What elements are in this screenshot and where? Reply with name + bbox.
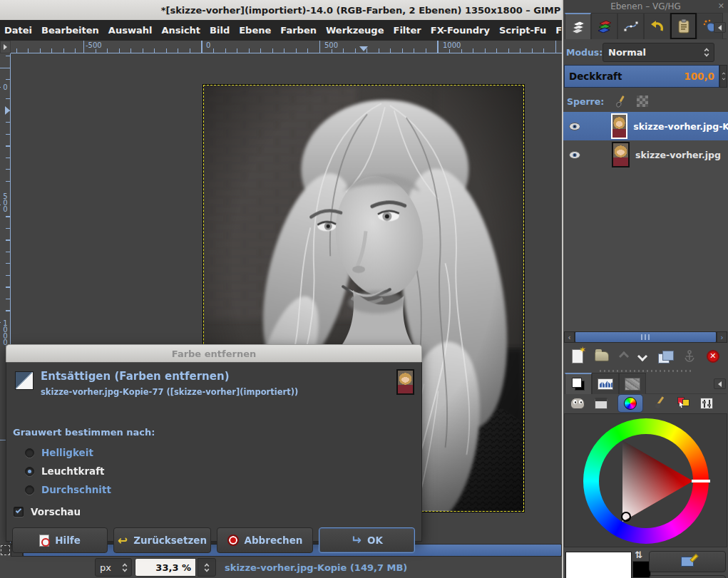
gimp-window: *[skizze-vorher](importiert)-14.0 (RGB-F…	[0, 0, 728, 578]
tab-undo-history[interactable]	[644, 13, 670, 39]
swap-colors-icon[interactable]: ⇅	[635, 549, 642, 560]
foreground-color-swatch[interactable]	[565, 552, 632, 578]
tools-icon[interactable]	[677, 397, 690, 410]
duplicate-layer-icon[interactable]	[658, 351, 672, 362]
dialog-buttons: Hilfe ↩ Zurücksetzen Abbrechen ↵ OK	[12, 527, 415, 553]
lower-layer-icon[interactable]	[637, 351, 647, 361]
dockable-tabs-2	[565, 373, 727, 394]
menu-auswahl[interactable]: Auswahl	[108, 25, 153, 36]
tab-layers[interactable]	[565, 13, 591, 39]
mode-dropdown[interactable]: Normal	[603, 43, 714, 62]
tab-clipboard[interactable]	[670, 13, 697, 39]
tab-channels[interactable]	[591, 13, 617, 39]
opacity-spinner[interactable]	[719, 65, 727, 88]
hue-ring[interactable]	[583, 418, 709, 544]
cancel-button[interactable]: Abbrechen	[217, 527, 313, 553]
ok-button[interactable]: ↵ OK	[319, 527, 415, 553]
undo-history-icon	[650, 20, 665, 33]
option-helligkeit[interactable]: Helligkeit	[25, 447, 93, 458]
menu-ebene[interactable]: Ebene	[239, 25, 271, 36]
opacity-slider[interactable]: Deckkraft 100,0	[564, 65, 719, 88]
dialog-heading: Entsättigen (Farben entfernen)	[41, 370, 230, 383]
stop-icon	[227, 535, 239, 546]
scroll-left-icon[interactable]: ‹	[564, 331, 575, 343]
zoom-spinner[interactable]	[198, 558, 216, 577]
tab-menu-button[interactable]	[714, 22, 726, 33]
edit-color-button[interactable]	[649, 551, 726, 572]
option-label: Helligkeit	[41, 447, 93, 458]
menu-farben[interactable]: Farben	[280, 25, 317, 36]
menu-ansicht[interactable]: Ansicht	[161, 25, 200, 36]
colors-dialog-button-active[interactable]	[617, 394, 643, 413]
menu-datei[interactable]: Datei	[4, 25, 32, 36]
gimp-wilber-icon[interactable]	[570, 398, 585, 409]
tab-histogram[interactable]	[592, 373, 619, 394]
delete-layer-icon[interactable]: ✕	[707, 350, 719, 363]
menu-bearbeiten[interactable]: Bearbeiten	[41, 25, 99, 36]
checkbox-checked-icon[interactable]	[14, 507, 24, 517]
secondary-button-clipped[interactable]	[649, 575, 726, 578]
menu-werkzeuge[interactable]: Werkzeuge	[326, 25, 384, 36]
horizontal-ruler[interactable]: -500 0 500 1000	[11, 41, 562, 53]
layer-thumbnail[interactable]	[611, 113, 627, 139]
menu-bild[interactable]: Bild	[210, 25, 230, 36]
dropdown-arrows-icon	[123, 564, 127, 572]
tab-menu-button[interactable]	[714, 378, 726, 389]
unit-dropdown[interactable]: px	[95, 558, 132, 577]
zoom-input[interactable]: 33,3 %	[135, 558, 196, 577]
layers-panel: Ebenen – VG/HG ✕	[563, 0, 728, 578]
scroll-right-icon[interactable]: ›	[717, 331, 727, 343]
radio-icon-selected[interactable]	[25, 467, 34, 476]
panel-title: Ebenen – VG/HG	[610, 1, 681, 11]
layer-thumbnail[interactable]	[612, 142, 630, 167]
option-leuchtkraft[interactable]: Leuchtkraft	[25, 465, 105, 477]
hruler-label: -500	[84, 41, 103, 49]
preview-option[interactable]: Vorschau	[14, 506, 81, 517]
help-button[interactable]: Hilfe	[12, 527, 108, 553]
window-titlebar[interactable]: *[skizze-vorher](importiert)-14.0 (RGB-F…	[0, 0, 562, 20]
enter-arrow-icon: ↵	[351, 534, 362, 547]
lock-alpha-icon[interactable]	[637, 96, 648, 107]
layer-toolbar: ✶ ✕	[563, 344, 728, 368]
visibility-eye-icon[interactable]	[569, 123, 580, 130]
close-icon[interactable]: ✕	[718, 1, 724, 11]
menu-fenster-truncated[interactable]: F	[555, 25, 562, 36]
tool-options-icon[interactable]	[700, 398, 713, 409]
clipboard-icon	[677, 19, 691, 33]
anchor-layer-icon[interactable]	[684, 350, 695, 363]
pointer-position-marker	[5, 106, 10, 115]
quickmask-toggle[interactable]	[1, 545, 10, 555]
tab-paths[interactable]	[617, 13, 644, 39]
desaturate-icon	[15, 371, 34, 390]
reset-button[interactable]: ↩ Zurücksetzen	[113, 527, 211, 553]
vruler-label: 500	[1, 192, 10, 212]
hsv-triangle[interactable]	[583, 418, 709, 544]
dialog-subtitle: skizze-vorher.jpg-Kopie-77 ([skizze-vorh…	[41, 387, 298, 397]
new-group-folder-icon[interactable]	[595, 351, 609, 361]
dialog-titlebar[interactable]: Farbe entfernen	[6, 344, 422, 362]
layer-list-hscrollbar[interactable]: ‹ ›	[564, 331, 727, 343]
mode-label: Modus:	[566, 47, 603, 58]
ruler-corner-button[interactable]	[0, 41, 11, 53]
lock-label: Sperre:	[567, 96, 604, 107]
device-status-icon[interactable]	[595, 398, 607, 409]
menu-script-fu[interactable]: Script-Fu	[499, 25, 546, 36]
tab-patterns[interactable]	[619, 373, 646, 394]
option-label: Durchschnitt	[41, 484, 111, 495]
radio-icon[interactable]	[25, 448, 34, 458]
new-layer-icon[interactable]: ✶	[572, 349, 583, 363]
scrollbar-thumb[interactable]	[575, 331, 717, 343]
panel-titlebar[interactable]: Ebenen – VG/HG ✕	[563, 0, 728, 13]
raise-layer-icon[interactable]	[619, 351, 629, 361]
option-durchschnitt[interactable]: Durchschnitt	[25, 484, 111, 495]
lock-paint-brush-icon[interactable]	[614, 95, 627, 108]
menu-filter[interactable]: Filter	[394, 25, 421, 36]
mode-value: Normal	[608, 47, 646, 58]
visibility-eye-icon[interactable]	[569, 151, 580, 159]
layer-row-active[interactable]: skizze-vorher.jpg-Ko	[563, 112, 728, 140]
brushes-icon[interactable]	[653, 396, 667, 411]
tab-fg-bg-colors[interactable]	[565, 373, 592, 394]
radio-icon[interactable]	[25, 485, 34, 495]
layer-row[interactable]: skizze-vorher.jpg	[563, 140, 728, 169]
menu-fx-foundry[interactable]: FX-Foundry	[431, 25, 490, 36]
